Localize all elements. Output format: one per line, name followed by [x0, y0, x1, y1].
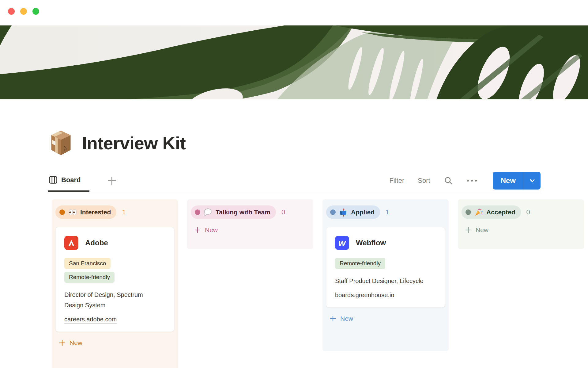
column-header: Talking with Team 0	[191, 205, 310, 219]
add-card-button[interactable]: New	[55, 339, 174, 347]
column-interested: Interested 1 Adobe San Francisco Remote-…	[52, 199, 178, 368]
tab-board-label: Board	[61, 176, 81, 184]
add-card-button[interactable]: New	[191, 226, 310, 234]
tag-remote-friendly: Remote-friendly	[64, 272, 115, 283]
card-adobe[interactable]: Adobe San Francisco Remote-friendly Dire…	[55, 227, 174, 332]
add-card-label: New	[476, 226, 488, 234]
add-card-label: New	[340, 315, 353, 322]
party-popper-emoji	[474, 208, 483, 217]
adobe-logo	[64, 236, 78, 250]
sort-button[interactable]: Sort	[418, 177, 430, 185]
card-tags: San Francisco Remote-friendly	[64, 258, 165, 283]
page-icon-package-emoji[interactable]	[49, 130, 73, 156]
cover-image-monstera-leaves	[0, 25, 588, 99]
card-title: Adobe	[85, 239, 108, 247]
column-label: Applied	[351, 209, 375, 216]
column-talking-with-team: Talking with Team 0 New	[187, 199, 313, 249]
more-options-icon[interactable]	[466, 179, 477, 182]
new-button-group: New	[493, 172, 541, 190]
add-card-label: New	[70, 339, 82, 347]
card-link: boards.greenhouse.io	[335, 292, 436, 299]
webflow-logo: w	[335, 236, 349, 250]
tag-san-francisco: San Francisco	[64, 258, 111, 269]
card-title: Webflow	[356, 239, 386, 247]
status-dot-icon	[330, 209, 336, 215]
card-webflow[interactable]: w Webflow Remote-friendly Staff Product …	[326, 227, 445, 308]
column-accepted: Accepted 0 New	[458, 199, 584, 249]
link-careers-adobe[interactable]: careers.adobe.com	[64, 316, 117, 324]
filter-button[interactable]: Filter	[389, 177, 404, 185]
column-header: Interested 1	[55, 205, 174, 219]
tab-board[interactable]: Board	[48, 169, 89, 192]
add-card-label: New	[205, 226, 218, 234]
column-count: 0	[526, 208, 530, 216]
board-columns-icon	[49, 176, 57, 184]
column-label: Talking with Team	[216, 209, 270, 216]
window-titlebar	[0, 0, 588, 25]
search-icon[interactable]	[444, 176, 453, 185]
add-card-button[interactable]: New	[462, 226, 580, 234]
new-button-dropdown[interactable]	[524, 172, 541, 190]
column-applied: Applied 1 w Webflow Remote-friendly Staf…	[322, 199, 449, 351]
link-boards-greenhouse[interactable]: boards.greenhouse.io	[335, 292, 394, 299]
column-label: Interested	[80, 209, 111, 216]
close-window-button[interactable]	[8, 8, 15, 15]
column-status-pill[interactable]: Applied	[326, 205, 380, 219]
column-count: 1	[386, 208, 389, 216]
column-count: 1	[122, 208, 126, 216]
thought-balloon-emoji	[204, 208, 212, 216]
column-status-pill[interactable]: Accepted	[462, 205, 521, 219]
minimize-window-button[interactable]	[20, 8, 27, 15]
add-card-button[interactable]: New	[326, 315, 445, 322]
column-header: Applied 1	[326, 205, 445, 219]
new-button[interactable]: New	[493, 172, 524, 190]
status-dot-icon	[466, 209, 471, 215]
page-title[interactable]: Interview Kit	[82, 133, 186, 153]
status-dot-icon	[59, 209, 65, 215]
column-header: Accepted 0	[462, 205, 580, 219]
status-dot-icon	[195, 209, 200, 215]
column-label: Accepted	[486, 209, 515, 216]
window-controls	[8, 8, 39, 15]
column-count: 0	[281, 208, 285, 216]
board-toolbar: Filter Sort New	[389, 169, 541, 192]
card-description: Director of Design, Spectrum Design Syst…	[64, 289, 156, 310]
card-link: careers.adobe.com	[64, 316, 165, 323]
add-view-button[interactable]	[106, 174, 118, 188]
kanban-board: Interested 1 Adobe San Francisco Remote-…	[52, 199, 584, 368]
column-status-pill[interactable]: Talking with Team	[191, 205, 276, 219]
zoom-window-button[interactable]	[32, 8, 39, 15]
tag-remote-friendly: Remote-friendly	[335, 258, 385, 269]
card-tags: Remote-friendly	[335, 258, 436, 269]
card-description: Staff Product Designer, Lifecycle	[335, 276, 427, 286]
column-status-pill[interactable]: Interested	[55, 205, 116, 219]
eyes-emoji	[68, 209, 77, 216]
mailbox-emoji	[339, 208, 348, 217]
